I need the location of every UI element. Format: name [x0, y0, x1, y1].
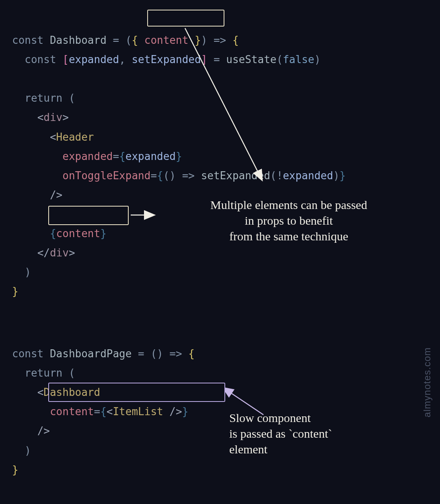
- annotation-line: from the same technique: [160, 228, 417, 244]
- arrow-annotation-to-content-prop-icon: [225, 386, 273, 422]
- svg-line-1: [185, 28, 261, 179]
- highlight-content-render: [48, 206, 129, 225]
- annotation-multiple-elements: Multiple elements can be passed in props…: [160, 197, 417, 244]
- watermark: almynotes.com: [421, 347, 433, 417]
- code-block-2: const DashboardPage = () => { return ( <…: [12, 325, 195, 479]
- highlight-content-param: [147, 10, 224, 27]
- annotation-line: is passed as `content`: [229, 426, 390, 441]
- highlight-content-prop: [48, 383, 225, 402]
- annotation-line: in props to benefit: [160, 213, 417, 228]
- annotation-line: Multiple elements can be passed: [160, 197, 417, 213]
- arrow-render-to-annotation-icon: [129, 209, 161, 221]
- annotation-line: element: [229, 441, 390, 457]
- svg-line-5: [229, 392, 263, 415]
- arrow-param-to-render-icon: [177, 26, 282, 191]
